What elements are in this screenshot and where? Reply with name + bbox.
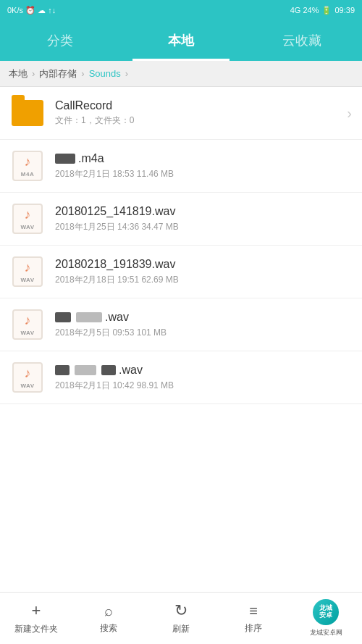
list-item[interactable]: CallRecord 文件：1，文件夹：0 › bbox=[0, 87, 362, 140]
redacted-block bbox=[101, 365, 116, 375]
file-name: .m4a bbox=[55, 152, 352, 165]
file-meta: 2018年2月1日 18:53 11.46 MB bbox=[55, 168, 352, 180]
sort-icon: ≡ bbox=[249, 603, 258, 619]
sort-label: 排序 bbox=[245, 622, 262, 635]
file-name: 20180125_141819.wav bbox=[55, 205, 352, 218]
file-meta: 2018年2月18日 19:51 62.69 MB bbox=[55, 274, 352, 286]
main-content: 本地 › 内部存储 › Sounds › CallRecord 文件：1，文件夹… bbox=[0, 61, 362, 592]
list-item[interactable]: ♪ WAV 20180218_191839.wav 2018年2月18日 19:… bbox=[0, 246, 362, 298]
audio-file-icon: ♪ WAV bbox=[10, 254, 45, 289]
breadcrumb-sounds[interactable]: Sounds bbox=[89, 68, 121, 79]
status-speed: 0K/s ⏰ ☁ ↑↓ bbox=[7, 6, 56, 15]
new-folder-label: 新建文件夹 bbox=[14, 623, 58, 635]
status-signal: 4G 24% bbox=[290, 6, 319, 14]
plus-icon: + bbox=[32, 601, 41, 620]
breadcrumb-sep-3: › bbox=[125, 68, 128, 79]
file-name: CallRecord bbox=[55, 99, 344, 112]
breadcrumb: 本地 › 内部存储 › Sounds › bbox=[0, 61, 362, 87]
refresh-button[interactable]: ↻ 刷新 bbox=[145, 595, 217, 641]
search-label: 搜索 bbox=[100, 622, 117, 635]
tab-local[interactable]: 本地 bbox=[121, 20, 242, 61]
refresh-icon: ↻ bbox=[174, 601, 188, 620]
file-name: 20180218_191839.wav bbox=[55, 258, 352, 271]
file-info: .wav 2018年2月5日 09:53 101 MB bbox=[55, 311, 352, 339]
refresh-label: 刷新 bbox=[172, 623, 190, 635]
file-info: 20180218_191839.wav 2018年2月18日 19:51 62.… bbox=[55, 258, 352, 286]
audio-file-icon: ♪ WAV bbox=[10, 360, 45, 395]
brand-logo: 龙城安卓 bbox=[313, 599, 339, 625]
list-item[interactable]: ♪ WAV .wav 2018年2月1日 10:42 98.91 MB bbox=[0, 351, 362, 404]
breadcrumb-sep-2: › bbox=[81, 68, 84, 79]
search-icon: ⌕ bbox=[104, 603, 113, 619]
breadcrumb-local[interactable]: 本地 bbox=[9, 67, 28, 80]
folder-icon bbox=[10, 96, 45, 130]
list-item[interactable]: ♪ WAV 20180125_141819.wav 2018年1月25日 14:… bbox=[0, 193, 362, 246]
redacted-block bbox=[55, 154, 75, 164]
brand-label: 龙城安卓网 bbox=[310, 628, 342, 637]
file-name: .wav bbox=[55, 364, 352, 377]
folder-sub: 文件：1，文件夹：0 bbox=[55, 114, 344, 127]
audio-file-icon: ♪ WAV bbox=[10, 307, 45, 342]
file-info: .wav 2018年2月1日 10:42 98.91 MB bbox=[55, 364, 352, 392]
file-name: .wav bbox=[55, 311, 352, 324]
status-battery: 🔋 bbox=[321, 6, 332, 15]
breadcrumb-internal[interactable]: 内部存储 bbox=[39, 67, 77, 80]
redacted-block bbox=[75, 365, 96, 375]
brand-button[interactable]: 龙城安卓 龙城安卓网 bbox=[290, 593, 362, 643]
audio-file-icon: ♪ WAV bbox=[10, 201, 45, 236]
bottom-nav: + 新建文件夹 ⌕ 搜索 ↻ 刷新 ≡ 排序 龙城安卓 龙城安卓网 bbox=[0, 592, 362, 644]
file-meta: 2018年1月25日 14:36 34.47 MB bbox=[55, 221, 352, 233]
list-item[interactable]: ♪ M4A .m4a 2018年2月1日 18:53 11.46 MB bbox=[0, 140, 362, 193]
audio-file-icon: ♪ M4A bbox=[10, 149, 45, 183]
chevron-right-icon: › bbox=[347, 105, 352, 122]
tab-cloud[interactable]: 云收藏 bbox=[241, 20, 362, 61]
file-list: CallRecord 文件：1，文件夹：0 › ♪ M4A .m4a 2018年… bbox=[0, 87, 362, 592]
sort-button[interactable]: ≡ 排序 bbox=[217, 597, 290, 640]
redacted-block bbox=[55, 365, 70, 375]
file-meta: 2018年2月1日 10:42 98.91 MB bbox=[55, 380, 352, 392]
file-meta: 2018年2月5日 09:53 101 MB bbox=[55, 327, 352, 339]
tab-categories[interactable]: 分类 bbox=[0, 20, 121, 61]
file-info: CallRecord 文件：1，文件夹：0 bbox=[55, 99, 344, 127]
file-info: 20180125_141819.wav 2018年1月25日 14:36 34.… bbox=[55, 205, 352, 233]
file-info: .m4a 2018年2月1日 18:53 11.46 MB bbox=[55, 152, 352, 180]
status-bar: 0K/s ⏰ ☁ ↑↓ 4G 24% 🔋 09:39 bbox=[0, 0, 362, 20]
tab-bar: 分类 本地 云收藏 bbox=[0, 20, 362, 61]
search-button[interactable]: ⌕ 搜索 bbox=[72, 597, 145, 640]
redacted-block bbox=[55, 312, 71, 322]
redacted-block bbox=[76, 312, 102, 322]
new-folder-button[interactable]: + 新建文件夹 bbox=[0, 595, 72, 641]
breadcrumb-sep-1: › bbox=[32, 68, 35, 79]
status-time: 09:39 bbox=[334, 6, 355, 14]
list-item[interactable]: ♪ WAV .wav 2018年2月5日 09:53 101 MB bbox=[0, 298, 362, 351]
